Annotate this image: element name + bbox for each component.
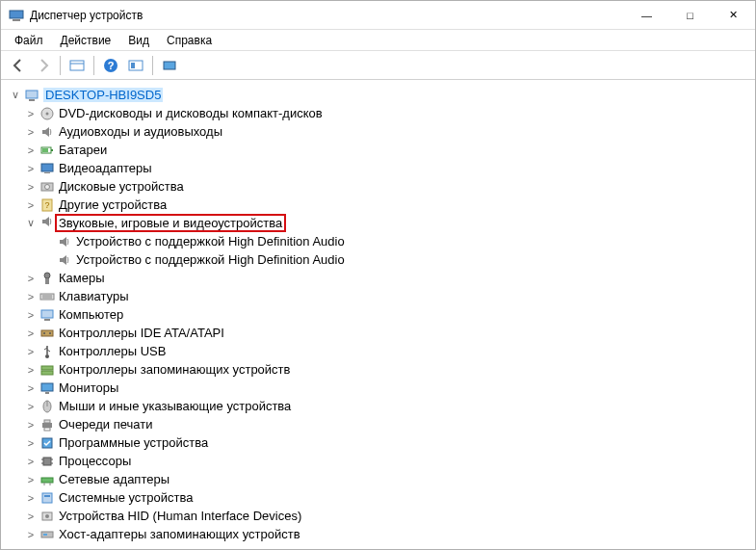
mouse-icon [39, 399, 55, 414]
svg-rect-53 [44, 495, 50, 497]
tree-item-label: Устройство с поддержкой High Definition … [76, 252, 345, 267]
svg-rect-29 [41, 330, 53, 336]
expand-spacer [41, 235, 55, 249]
expand-icon[interactable]: > [24, 363, 38, 377]
expand-icon[interactable]: > [24, 510, 38, 523]
tree-item[interactable]: >Камеры [9, 269, 751, 287]
tree-item[interactable]: ∨Звуковые, игровые и видеоустройства [9, 214, 751, 232]
tree-item[interactable]: >?Другие устройства [9, 196, 751, 214]
tree-item[interactable]: >Клавиатуры [9, 287, 751, 305]
tree-item-label: Процессоры [59, 454, 131, 468]
expand-icon[interactable]: ∨ [24, 217, 38, 230]
tree-item[interactable]: >Контроллеры IDE ATA/ATAPI [9, 324, 751, 342]
devices-button[interactable] [124, 54, 147, 77]
svg-rect-36 [41, 383, 53, 391]
tree-item-label: Контроллеры запоминающих устройств [59, 362, 290, 377]
svg-rect-16 [41, 164, 53, 171]
help-button[interactable]: ? [99, 54, 122, 77]
expand-icon[interactable]: > [24, 180, 38, 194]
close-button[interactable]: ✕ [712, 1, 755, 29]
menu-view[interactable]: Вид [120, 32, 157, 49]
tree-item[interactable]: >Процессоры [9, 452, 751, 470]
menu-action[interactable]: Действие [53, 32, 119, 49]
expand-icon[interactable]: > [24, 418, 38, 432]
tree-item[interactable]: >Видеоадаптеры [9, 159, 751, 177]
tree-item[interactable]: >Устройства HID (Human Interface Devices… [9, 507, 751, 525]
minimize-button[interactable]: — [625, 1, 668, 29]
svg-point-30 [43, 332, 45, 334]
tree-item[interactable]: Устройство с поддержкой High Definition … [9, 232, 751, 250]
expand-icon[interactable]: > [24, 381, 38, 395]
expand-icon[interactable]: > [24, 345, 38, 358]
expand-icon[interactable]: > [24, 455, 38, 468]
tree-item[interactable]: >Программные устройства [9, 433, 751, 452]
expand-icon[interactable]: > [24, 290, 38, 303]
tree-item-label: Клавиатуры [59, 289, 129, 303]
expand-icon[interactable]: > [24, 144, 38, 157]
svg-rect-1 [13, 19, 20, 21]
svg-rect-7 [131, 63, 135, 68]
svg-rect-14 [51, 149, 53, 151]
tree-item[interactable]: >Аудиовходы и аудиовыходы [9, 122, 751, 141]
tree-item[interactable]: >Контроллеры USB [9, 342, 751, 360]
window-controls: — □ ✕ [625, 1, 755, 29]
expand-icon[interactable]: > [24, 491, 38, 505]
svg-point-12 [46, 112, 49, 115]
tree-item-label: Батареи [59, 143, 107, 157]
menu-help[interactable]: Справка [159, 32, 220, 49]
svg-rect-28 [44, 319, 50, 321]
system-icon [39, 490, 55, 506]
tree-item[interactable]: >Компьютер [9, 305, 751, 324]
scan-button[interactable] [158, 54, 181, 77]
disc-icon [39, 106, 55, 121]
show-hidden-button[interactable] [65, 54, 89, 77]
tree-item[interactable]: >DVD-дисководы и дисководы компакт-диско… [9, 104, 751, 122]
device-tree[interactable]: ∨ DESKTOP-HBI9SD5 >DVD-дисководы и диско… [1, 80, 755, 549]
tree-item[interactable]: >Очереди печати [9, 415, 751, 433]
tree-item-label: Программные устройства [59, 435, 208, 450]
expand-icon[interactable]: > [24, 473, 38, 486]
expand-icon[interactable]: ∨ [9, 89, 22, 102]
expand-icon[interactable]: > [24, 125, 38, 139]
expand-icon[interactable]: > [24, 272, 38, 285]
monitor-icon [39, 380, 55, 396]
tree-root[interactable]: ∨ DESKTOP-HBI9SD5 [9, 86, 751, 104]
tree-item[interactable]: >Контроллеры запоминающих устройств [9, 360, 751, 379]
expand-icon[interactable]: > [24, 327, 38, 340]
tree-item[interactable]: >Хост-адаптеры запоминающих устройств [9, 525, 751, 543]
tree-item-label: DVD-дисководы и дисководы компакт-дисков [59, 106, 323, 120]
tree-item[interactable]: >Мониторы [9, 379, 751, 397]
tree-item[interactable]: >Дисковые устройства [9, 177, 751, 196]
tree-item[interactable]: Устройство с поддержкой High Definition … [9, 250, 751, 269]
menu-bar: Файл Действие Вид Справка [1, 30, 755, 51]
expand-icon[interactable]: > [24, 436, 38, 450]
separator [152, 56, 153, 75]
battery-icon [39, 143, 55, 158]
expand-icon[interactable]: > [24, 107, 38, 120]
software-icon [39, 435, 55, 451]
tree-item-label: Хост-адаптеры запоминающих устройств [59, 527, 300, 541]
tree-item-label: Видеоадаптеры [59, 161, 152, 175]
tree-item-label: Мыши и иные указывающие устройства [59, 399, 291, 413]
tree-item[interactable]: >Мыши и иные указывающие устройства [9, 397, 751, 415]
svg-point-31 [49, 332, 51, 334]
expand-icon[interactable]: > [24, 528, 38, 541]
svg-rect-2 [70, 61, 84, 70]
tree-item[interactable]: >Батареи [9, 141, 751, 159]
forward-button[interactable] [32, 54, 55, 77]
back-button[interactable] [7, 54, 30, 77]
expand-icon[interactable]: > [24, 162, 38, 175]
svg-rect-41 [44, 420, 50, 423]
svg-rect-44 [43, 458, 51, 465]
tree-root-label: DESKTOP-HBI9SD5 [43, 88, 163, 102]
tree-item[interactable]: >Сетевые адаптеры [9, 470, 751, 488]
expand-icon[interactable]: > [24, 400, 38, 413]
expand-icon[interactable]: > [24, 198, 38, 212]
ide-icon [39, 326, 55, 341]
unknown-icon: ? [39, 197, 55, 213]
svg-rect-40 [42, 423, 52, 428]
maximize-button[interactable]: □ [668, 1, 712, 29]
menu-file[interactable]: Файл [7, 32, 51, 49]
expand-icon[interactable]: > [24, 308, 38, 322]
tree-item[interactable]: >Системные устройства [9, 488, 751, 507]
